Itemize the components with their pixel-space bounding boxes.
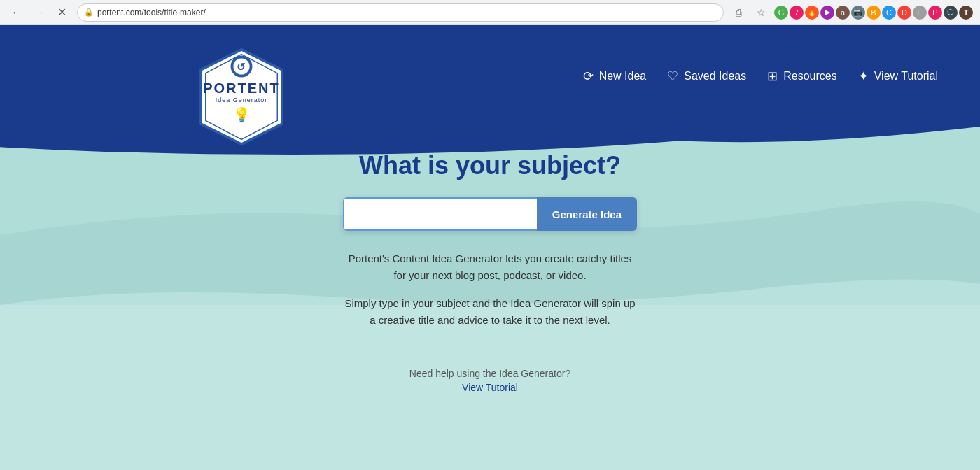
lock-icon: 🔒	[84, 8, 94, 17]
new-idea-label: New Idea	[599, 70, 647, 83]
page-wrapper: ↺ PORTENT Idea Generator 💡 ⟳ New Idea ♡ …	[0, 25, 980, 470]
back-button[interactable]: ←	[7, 3, 27, 22]
subject-input[interactable]	[343, 197, 537, 231]
ext-user-icon[interactable]: T	[959, 6, 973, 20]
logo-portent-text: PORTENT	[203, 81, 280, 95]
ext-c-icon[interactable]: C	[882, 6, 896, 20]
ext-e-icon[interactable]: E	[913, 6, 927, 20]
view-tutorial-label: View Tutorial	[874, 70, 938, 83]
ext-7-icon[interactable]: 7	[790, 6, 804, 20]
extension-icons: G 7 🔥 ▶ a 📷 B C D E P ⬡ T	[774, 6, 973, 20]
saved-ideas-label: Saved Ideas	[684, 70, 746, 83]
nav-links: ⟳ New Idea ♡ Saved Ideas ⊞ Resources ✦ V…	[583, 69, 938, 84]
resources-icon: ⊞	[767, 69, 778, 84]
logo-hexagon: ↺ PORTENT Idea Generator 💡	[196, 46, 287, 148]
view-tutorial-link[interactable]: ✦ View Tutorial	[858, 69, 938, 84]
description-2: Simply type in your subject and the Idea…	[343, 295, 637, 329]
ext-fire-icon[interactable]: 🔥	[805, 6, 819, 20]
logo-bulb-icon: 💡	[203, 106, 280, 123]
description-block: Portent's Content Idea Generator lets yo…	[343, 250, 637, 340]
browser-chrome: ← → ✕ 🔒 ⎙ ☆ G 7 🔥 ▶ a 📷 B C D E P ⬡ T	[0, 0, 980, 25]
new-idea-icon: ⟳	[583, 69, 594, 84]
ext-yt-icon[interactable]: ▶	[820, 6, 834, 20]
saved-ideas-link[interactable]: ♡ Saved Ideas	[667, 69, 746, 84]
saved-ideas-icon: ♡	[667, 69, 678, 84]
input-row: Generate Idea	[343, 197, 637, 231]
ext-p-icon[interactable]: P	[928, 6, 942, 20]
ext-g-icon[interactable]: G	[774, 6, 788, 20]
share-button[interactable]: ⎙	[729, 3, 748, 22]
browser-actions: ⎙ ☆ G 7 🔥 ▶ a 📷 B C D E P ⬡ T	[729, 3, 973, 22]
new-idea-link[interactable]: ⟳ New Idea	[583, 69, 647, 84]
forward-button[interactable]: →	[29, 3, 49, 22]
logo-container[interactable]: ↺ PORTENT Idea Generator 💡	[196, 46, 287, 148]
resources-label: Resources	[783, 70, 836, 83]
ext-b-icon[interactable]: B	[867, 6, 881, 20]
tutorial-link-bottom[interactable]: View Tutorial	[462, 382, 518, 393]
reload-button[interactable]: ✕	[52, 3, 71, 22]
nav-buttons: ← → ✕	[7, 3, 71, 22]
page-headline: What is your subject?	[359, 151, 621, 180]
bookmark-button[interactable]: ☆	[752, 3, 770, 22]
ext-cam-icon[interactable]: 📷	[851, 6, 865, 20]
address-input[interactable]	[77, 3, 724, 22]
help-text: Need help using the Idea Generator?	[410, 368, 570, 379]
logo-content: PORTENT Idea Generator 💡	[203, 71, 280, 123]
tutorial-icon: ✦	[858, 69, 869, 84]
ext-puzzle-icon[interactable]: ⬡	[944, 6, 958, 20]
ext-a-icon[interactable]: a	[836, 6, 850, 20]
ext-d-icon[interactable]: D	[897, 6, 911, 20]
resources-link[interactable]: ⊞ Resources	[767, 69, 836, 84]
description-1: Portent's Content Idea Generator lets yo…	[343, 250, 637, 284]
logo-subtitle-text: Idea Generator	[203, 97, 280, 104]
generate-button[interactable]: Generate Idea	[537, 197, 637, 231]
address-bar-wrapper: 🔒	[77, 3, 724, 22]
header: ↺ PORTENT Idea Generator 💡 ⟳ New Idea ♡ …	[0, 25, 980, 127]
